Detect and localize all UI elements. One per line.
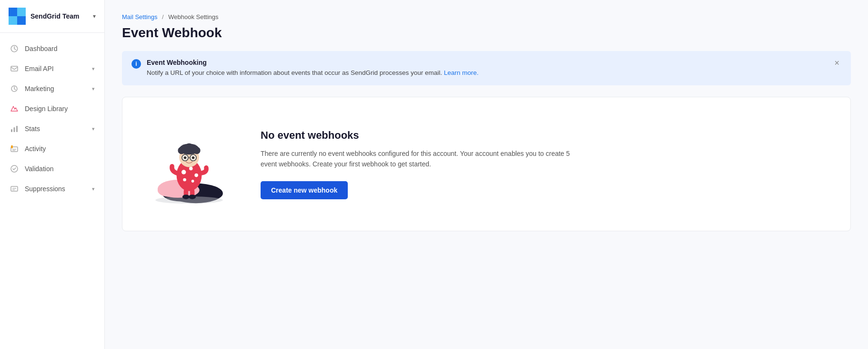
empty-text-section: No event webhooks There are currently no… [261, 129, 831, 199]
activity-label: Activity [25, 145, 46, 153]
empty-state-description: There are currently no event webhooks co… [261, 148, 585, 170]
sidebar-item-design-library[interactable]: Design Library [0, 99, 104, 119]
sidebar-item-marketing[interactable]: Marketing ▾ [0, 79, 104, 99]
stats-label: Stats [25, 125, 40, 133]
dashboard-icon [10, 44, 19, 53]
svg-rect-3 [17, 16, 26, 25]
stats-icon [10, 124, 19, 133]
svg-point-23 [182, 170, 186, 174]
svg-rect-1 [17, 8, 26, 16]
team-name: SendGrid Team [30, 12, 93, 20]
design-library-label: Design Library [25, 105, 68, 113]
svg-point-41 [189, 195, 196, 199]
sidebar-item-dashboard[interactable]: Dashboard [0, 39, 104, 59]
svg-rect-6 [14, 127, 15, 132]
svg-point-24 [189, 167, 193, 171]
breadcrumb: Mail Settings / Webhook Settings [122, 13, 851, 21]
validation-label: Validation [25, 165, 53, 173]
breadcrumb-current: Webhook Settings [168, 13, 218, 21]
design-library-icon [10, 104, 19, 113]
breadcrumb-separator: / [162, 13, 164, 21]
suppressions-icon [10, 184, 19, 194]
svg-rect-4 [11, 66, 18, 71]
marketing-icon [10, 84, 19, 93]
sidebar: SendGrid Team ▾ Dashboard Email API [0, 0, 105, 349]
info-icon: i [131, 59, 141, 69]
info-banner-content: Event Webhooking Notify a URL of your ch… [147, 59, 832, 78]
svg-rect-13 [11, 186, 18, 191]
page-title: Event Webhook [122, 25, 851, 41]
info-banner-learn-more-link[interactable]: Learn more. [444, 69, 479, 76]
svg-point-32 [185, 144, 194, 153]
sidebar-item-activity[interactable]: Activity [0, 139, 104, 159]
svg-rect-0 [9, 8, 17, 16]
empty-state-title: No event webhooks [261, 129, 831, 142]
sidebar-item-stats[interactable]: Stats ▾ [0, 119, 104, 139]
svg-rect-7 [16, 126, 18, 132]
svg-point-27 [192, 180, 194, 183]
sendgrid-logo [9, 8, 26, 25]
info-banner-close-button[interactable]: × [832, 59, 841, 67]
sidebar-nav: Dashboard Email API ▾ Marketing ▾ [0, 33, 104, 349]
svg-point-31 [193, 147, 201, 154]
empty-illustration [141, 121, 237, 207]
sidebar-item-email-api[interactable]: Email API ▾ [0, 59, 104, 79]
breadcrumb-parent-link[interactable]: Mail Settings [122, 13, 157, 21]
marketing-chevron-icon: ▾ [92, 86, 95, 92]
info-banner-text: Notify a URL of your choice with informa… [147, 68, 832, 78]
svg-point-30 [178, 147, 185, 154]
svg-point-37 [192, 156, 195, 159]
email-api-icon [10, 64, 19, 73]
team-chevron-icon: ▾ [93, 13, 96, 20]
stats-chevron-icon: ▾ [92, 126, 95, 132]
info-banner: i Event Webhooking Notify a URL of your … [122, 51, 851, 85]
svg-point-40 [182, 195, 190, 199]
validation-icon [10, 164, 19, 174]
email-api-chevron-icon: ▾ [92, 66, 95, 72]
svg-point-36 [184, 156, 187, 159]
svg-rect-9 [11, 145, 13, 148]
svg-point-25 [194, 174, 198, 177]
main-content: Mail Settings / Webhook Settings Event W… [105, 0, 868, 349]
email-api-label: Email API [25, 65, 54, 72]
sidebar-item-validation[interactable]: Validation [0, 159, 104, 179]
svg-rect-5 [11, 129, 12, 132]
create-webhook-button[interactable]: Create new webhook [261, 181, 348, 199]
dashboard-label: Dashboard [25, 45, 58, 52]
marketing-label: Marketing [25, 85, 54, 92]
suppressions-chevron-icon: ▾ [92, 186, 95, 192]
sidebar-header[interactable]: SendGrid Team ▾ [0, 0, 104, 33]
svg-rect-2 [9, 16, 17, 25]
svg-point-26 [183, 178, 186, 182]
info-banner-title: Event Webhooking [147, 59, 832, 66]
suppressions-label: Suppressions [25, 185, 65, 193]
activity-icon [10, 144, 19, 154]
sidebar-item-suppressions[interactable]: Suppressions ▾ [0, 179, 104, 199]
empty-state-card: No event webhooks There are currently no… [122, 97, 851, 231]
